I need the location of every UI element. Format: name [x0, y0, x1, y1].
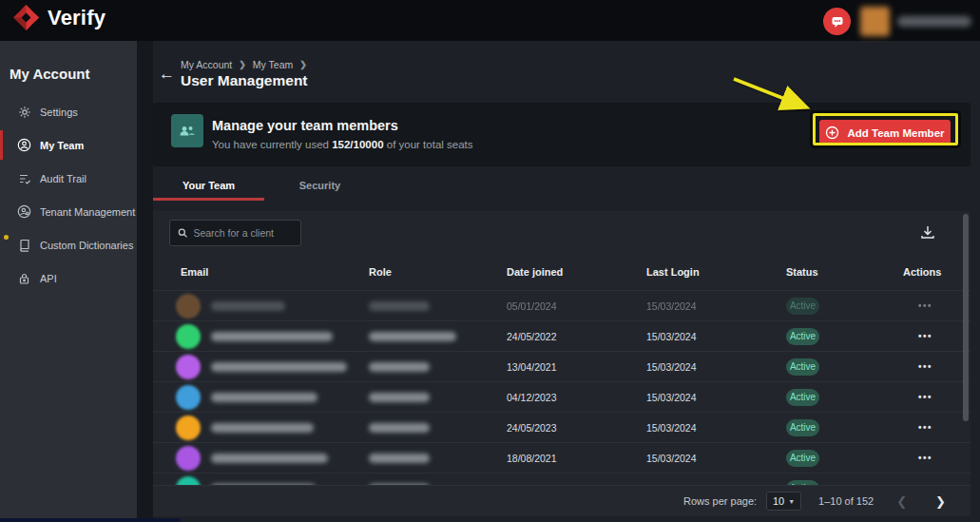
- usage-value: 152/10000: [332, 139, 383, 150]
- brand: Verify: [13, 5, 106, 30]
- status-badge: Active: [786, 298, 819, 315]
- table-body: 05/01/2024 15/03/2024 Active ••• 24/05/2…: [153, 290, 970, 485]
- last-login-cell: 15/03/2024: [646, 300, 786, 312]
- table-row: 05/01/2024 15/03/2024 Active •••: [153, 290, 970, 320]
- role-cell: [369, 301, 507, 311]
- sidebar-item-label: API: [40, 273, 57, 284]
- tenant-icon: [17, 204, 31, 219]
- email-cell: [176, 385, 369, 410]
- date-joined-cell: 18/08/2021: [507, 453, 646, 464]
- user-avatar[interactable]: [860, 7, 890, 36]
- email-redacted: [211, 362, 347, 372]
- back-button[interactable]: ←: [159, 65, 175, 84]
- sidebar-item-tenant-management[interactable]: Tenant Management: [0, 195, 137, 228]
- status-badge: Active: [786, 358, 819, 376]
- date-joined-cell: 05/01/2024: [507, 300, 646, 312]
- status-cell: Active: [786, 419, 903, 436]
- last-login-cell: 15/03/2024: [646, 453, 786, 464]
- status-cell: Active: [786, 389, 903, 406]
- row-actions-button[interactable]: •••: [903, 392, 970, 402]
- plus-circle-icon: [825, 126, 839, 140]
- date-joined-cell: 04/12/2023: [507, 392, 646, 403]
- chevron-down-icon: ▼: [788, 498, 795, 505]
- row-avatar: [176, 416, 201, 440]
- prev-page-button[interactable]: ❮: [891, 494, 913, 509]
- breadcrumb: My Account ❯ My Team ❯: [181, 59, 307, 70]
- chevron-right-icon: ❯: [935, 494, 946, 509]
- row-avatar: [176, 385, 201, 410]
- chevron-left-icon: ❮: [896, 494, 907, 509]
- arrow-left-icon: ←: [159, 65, 175, 83]
- status-badge: Active: [786, 328, 819, 345]
- breadcrumb-my-team[interactable]: My Team: [253, 59, 293, 70]
- column-header-status: Status: [786, 266, 903, 278]
- page-title: User Management: [181, 72, 308, 89]
- book-icon: [17, 238, 31, 252]
- audit-list-icon: [17, 171, 31, 185]
- chevron-right-icon: ❯: [299, 60, 307, 69]
- email-redacted: [211, 301, 285, 311]
- email-cell: [176, 324, 369, 349]
- sidebar-item-my-team[interactable]: My Team: [0, 128, 137, 162]
- table-scrollbar[interactable]: [963, 214, 969, 421]
- email-cell: [176, 476, 369, 486]
- email-redacted: [211, 332, 333, 341]
- status-badge: Active: [786, 450, 819, 467]
- team-banner: Manage your team members You have curren…: [153, 103, 970, 166]
- status-cell: Active: [786, 358, 903, 376]
- page-range-label: 1–10 of 152: [818, 495, 874, 507]
- add-team-member-label: Add Team Member: [847, 127, 944, 139]
- download-icon: [922, 226, 933, 238]
- last-login-cell: 15/03/2024: [646, 422, 786, 434]
- sidebar-item-label: Tenant Management: [40, 206, 135, 218]
- sidebar-item-settings[interactable]: Settings: [0, 95, 137, 128]
- app-window: Verify My Account Settings My Team Audit…: [0, 0, 980, 522]
- next-page-button[interactable]: ❯: [930, 494, 951, 509]
- breadcrumb-my-account[interactable]: My Account: [181, 59, 232, 70]
- role-cell: [369, 454, 507, 463]
- status-badge: Active: [786, 419, 819, 436]
- role-cell: [369, 423, 507, 433]
- row-actions-button[interactable]: •••: [903, 300, 970, 311]
- role-redacted: [369, 423, 430, 433]
- export-button[interactable]: [919, 223, 936, 241]
- top-bar: Verify: [0, 0, 980, 41]
- sidebar-item-custom-dictionaries[interactable]: Custom Dictionaries: [0, 228, 137, 261]
- date-joined-cell: 24/05/2022: [507, 331, 646, 342]
- row-actions-button[interactable]: •••: [903, 422, 970, 433]
- sidebar-item-label: Settings: [40, 106, 78, 118]
- role-cell: [369, 362, 507, 372]
- row-actions-button[interactable]: •••: [903, 453, 970, 463]
- status-cell: Active: [786, 328, 903, 345]
- tab-security[interactable]: Security: [264, 173, 375, 201]
- status-cell: Active: [786, 298, 903, 315]
- tab-your-team[interactable]: Your Team: [153, 173, 264, 201]
- user-name-redacted[interactable]: [897, 16, 971, 27]
- page-size-select[interactable]: 10 ▼: [766, 492, 801, 511]
- tab-bar: Your Team Security: [153, 173, 375, 201]
- sidebar-item-api[interactable]: API: [0, 261, 137, 295]
- sidebar-item-label: My Team: [40, 140, 84, 151]
- user-circle-icon: [17, 138, 31, 152]
- email-cell: [176, 416, 369, 440]
- search-icon: [178, 227, 187, 239]
- role-cell: [369, 393, 507, 402]
- row-avatar: [176, 324, 201, 349]
- chevron-right-icon: ❯: [239, 60, 246, 69]
- search-input[interactable]: [193, 227, 293, 239]
- brand-name: Verify: [48, 6, 106, 30]
- table-header-row: Email Role Date joined Last Login Status…: [153, 253, 970, 290]
- chat-button[interactable]: [823, 8, 851, 35]
- date-joined-cell: 24/05/2023: [507, 422, 646, 434]
- add-team-member-button[interactable]: Add Team Member: [819, 120, 951, 145]
- row-actions-button[interactable]: •••: [903, 331, 970, 341]
- sidebar-item-label: Custom Dictionaries: [40, 240, 133, 251]
- pagination-bar: Rows per page: 10 ▼ 1–10 of 152 ❮ ❯: [153, 485, 970, 516]
- row-actions-button[interactable]: •••: [903, 361, 970, 372]
- role-redacted: [369, 362, 430, 372]
- taskbar-edge-strip: [0, 518, 181, 522]
- sidebar-item-audit-trail[interactable]: Audit Trail: [0, 162, 137, 195]
- email-cell: [176, 446, 369, 471]
- last-login-cell: 15/03/2024: [646, 331, 786, 342]
- column-header-role: Role: [369, 266, 507, 278]
